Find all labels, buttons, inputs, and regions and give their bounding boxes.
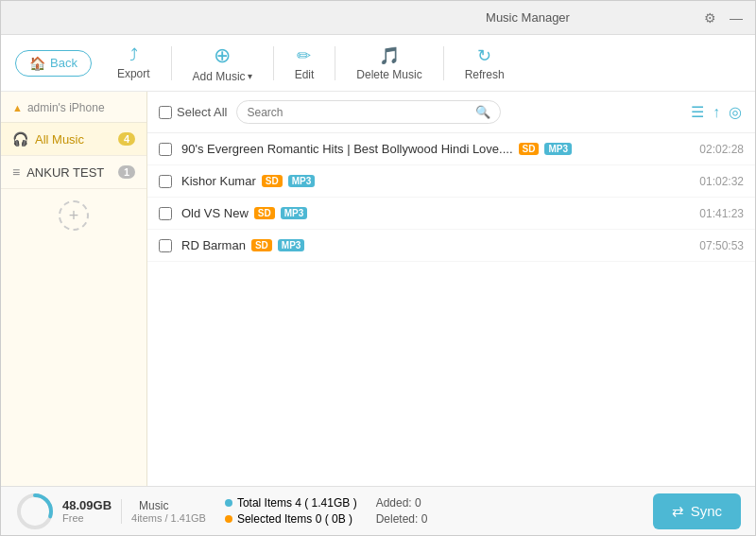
track-row: Old VS NewSDMP301:41:23 bbox=[147, 198, 755, 230]
track-badge: MP3 bbox=[278, 239, 305, 251]
device-icon: ▲ bbox=[12, 102, 23, 113]
track-row: 90's Evergreen Romantic Hits | Best Boll… bbox=[147, 133, 755, 165]
sidebar-item-ankur-test[interactable]: ≡ ANKUR TEST 1 bbox=[1, 156, 146, 189]
total-items-row: Total Items 4 ( 1.41GB ) bbox=[225, 496, 357, 510]
headphones-icon: 🎧 bbox=[12, 131, 28, 147]
filter-button[interactable]: ◎ bbox=[727, 101, 744, 123]
edit-button[interactable]: ✏ Edit bbox=[284, 41, 326, 86]
track-title: Kishor KumarSDMP3 bbox=[181, 174, 690, 188]
track-row: RD BarmanSDMP307:50:53 bbox=[147, 230, 755, 262]
sync-icon: ⇄ bbox=[672, 503, 684, 520]
export-icon: ⤴ bbox=[129, 45, 138, 65]
minimize-button[interactable]: — bbox=[727, 9, 746, 27]
track-badge: SD bbox=[519, 143, 540, 155]
content-toolbar: Select All 🔍 ☰ ↑ ◎ bbox=[147, 92, 755, 133]
window-title: Music Manager bbox=[355, 10, 700, 25]
track-badge: SD bbox=[262, 175, 283, 187]
track-list: 90's Evergreen Romantic Hits | Best Boll… bbox=[147, 133, 755, 486]
added-count: Added: 0 bbox=[376, 496, 428, 510]
track-badge: MP3 bbox=[288, 175, 316, 187]
playlist-icon: ≡ bbox=[12, 164, 20, 180]
edit-icon: ✏ bbox=[297, 45, 311, 66]
search-icon: 🔍 bbox=[475, 105, 490, 119]
title-bar: Music Manager ⚙ — bbox=[1, 1, 755, 35]
track-badge: SD bbox=[251, 239, 272, 251]
track-title: Old VS NewSDMP3 bbox=[181, 206, 690, 220]
selected-items-row: Selected Items 0 ( 0B ) bbox=[225, 512, 357, 526]
select-all-label[interactable]: Select All bbox=[159, 105, 227, 119]
divider-1 bbox=[171, 46, 172, 80]
delete-music-icon: 🎵 bbox=[379, 45, 400, 66]
dropdown-arrow-icon: ▾ bbox=[248, 71, 252, 81]
track-badge: MP3 bbox=[281, 207, 308, 219]
sidebar-item-all-music[interactable]: 🎧 All Music 4 bbox=[1, 123, 146, 156]
track-checkbox[interactable] bbox=[159, 143, 172, 156]
total-items-dot bbox=[225, 499, 232, 507]
music-label: Music bbox=[139, 499, 206, 512]
track-title: 90's Evergreen Romantic Hits | Best Boll… bbox=[181, 142, 690, 156]
track-badge: MP3 bbox=[544, 143, 572, 155]
deleted-count: Deleted: 0 bbox=[376, 512, 428, 526]
search-input[interactable] bbox=[247, 106, 471, 119]
track-duration: 02:02:28 bbox=[699, 143, 744, 156]
search-box: 🔍 bbox=[236, 100, 501, 124]
storage-circle bbox=[15, 492, 55, 531]
main-area: ▲ admin's iPhone 🎧 All Music 4 ≡ ANKUR T… bbox=[1, 92, 755, 486]
music-detail: 4items / 1.41GB bbox=[131, 512, 206, 524]
status-right: Added: 0 Deleted: 0 bbox=[376, 496, 428, 526]
delete-music-button[interactable]: 🎵 Delete Music bbox=[345, 41, 433, 86]
refresh-icon: ↻ bbox=[477, 45, 491, 66]
track-badge: SD bbox=[254, 207, 275, 219]
track-duration: 07:50:53 bbox=[699, 239, 744, 252]
content-area: Select All 🔍 ☰ ↑ ◎ 90's Evergreen Romant… bbox=[147, 92, 755, 486]
sidebar: ▲ admin's iPhone 🎧 All Music 4 ≡ ANKUR T… bbox=[1, 92, 147, 486]
track-duration: 01:41:23 bbox=[699, 207, 744, 220]
view-controls: ☰ ↑ ◎ bbox=[689, 101, 744, 123]
track-checkbox[interactable] bbox=[159, 207, 172, 220]
divider-3 bbox=[335, 46, 335, 80]
export-button[interactable]: ⤴ Export bbox=[106, 41, 162, 85]
add-music-icon: ⊕ bbox=[214, 43, 231, 68]
track-row: Kishor KumarSDMP301:02:32 bbox=[147, 165, 755, 198]
track-title: RD BarmanSDMP3 bbox=[181, 238, 690, 252]
add-music-button[interactable]: ⊕ Add Music ▾ bbox=[181, 39, 264, 88]
add-playlist-button[interactable]: + bbox=[59, 200, 89, 231]
storage-info: 48.09GB Free bbox=[62, 498, 112, 524]
settings-button[interactable]: ⚙ bbox=[700, 9, 719, 27]
track-checkbox[interactable] bbox=[159, 175, 172, 188]
track-duration: 01:02:32 bbox=[699, 175, 744, 188]
toolbar: 🏠 Back ⤴ Export ⊕ Add Music ▾ ✏ Edit 🎵 D… bbox=[1, 35, 755, 92]
back-button[interactable]: 🏠 Back bbox=[15, 50, 92, 77]
status-middle: Total Items 4 ( 1.41GB ) Selected Items … bbox=[225, 496, 357, 526]
status-bar: 48.09GB Free Music 4items / 1.41GB Total… bbox=[1, 486, 755, 535]
select-all-checkbox[interactable] bbox=[159, 106, 172, 119]
sync-button[interactable]: ⇄ Sync bbox=[653, 493, 741, 529]
divider-2 bbox=[273, 46, 274, 80]
home-icon: 🏠 bbox=[29, 56, 45, 71]
list-view-button[interactable]: ☰ bbox=[689, 101, 706, 123]
refresh-button[interactable]: ↻ Refresh bbox=[454, 41, 516, 86]
selected-items-dot bbox=[225, 515, 232, 523]
sort-button[interactable]: ↑ bbox=[711, 101, 722, 123]
divider-4 bbox=[443, 46, 444, 80]
device-label: ▲ admin's iPhone bbox=[1, 92, 146, 123]
track-checkbox[interactable] bbox=[159, 239, 172, 252]
